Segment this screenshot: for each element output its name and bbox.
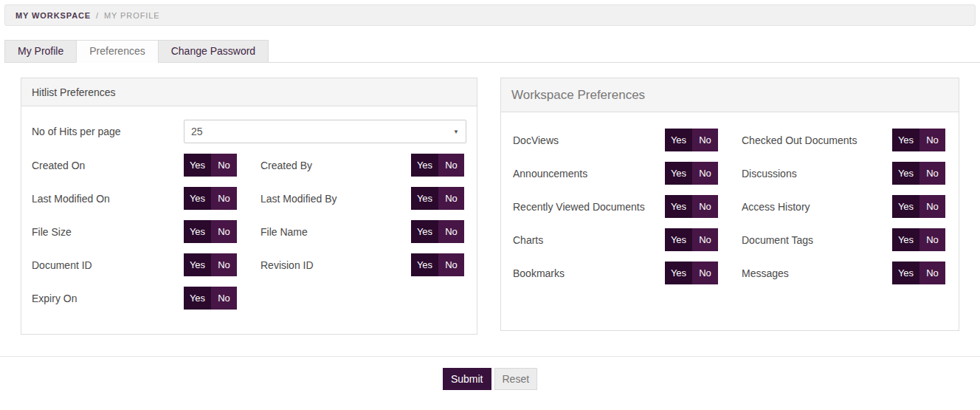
toggle-yes-button[interactable]: Yes — [892, 195, 919, 218]
workspace-panel-body: DocViewsYesNoChecked Out DocumentsYesNoA… — [501, 112, 959, 284]
hitlist-preferences-panel: Hitlist Preferences No of Hits per page … — [21, 78, 477, 335]
yes-no-toggle: YesNo — [184, 154, 237, 177]
toggle-no-button[interactable]: No — [438, 253, 464, 276]
toggle-no-button[interactable]: No — [211, 220, 237, 243]
tab-change-password[interactable]: Change Password — [158, 40, 269, 63]
toggle-no-button[interactable]: No — [692, 228, 718, 251]
hitlist-panel-body: No of Hits per page 25 ▼ Created OnYesNo… — [21, 106, 477, 310]
toggle-no-button[interactable]: No — [211, 187, 237, 210]
preference-label: Last Modified By — [260, 193, 411, 205]
toggle-yes-button[interactable]: Yes — [892, 262, 919, 284]
preference-label: Discussions — [742, 168, 892, 180]
toggle-no-button[interactable]: No — [438, 187, 464, 210]
toggle-yes-button[interactable]: Yes — [892, 228, 919, 251]
preference-label: Access History — [742, 201, 892, 213]
preference-row: BookmarksYesNoMessagesYesNo — [513, 262, 947, 284]
hits-per-page-row: No of Hits per page 25 ▼ — [32, 120, 466, 143]
tab-preferences[interactable]: Preferences — [76, 40, 158, 63]
preference-label: File Name — [260, 226, 411, 238]
toggle-no-button[interactable]: No — [692, 162, 718, 185]
preference-row: Recently Viewed DocumentsYesNoAccess His… — [513, 195, 947, 218]
workspace-panel-title: Workspace Preferences — [511, 88, 645, 103]
preference-label: File Size — [32, 226, 184, 238]
preference-row: DocViewsYesNoChecked Out DocumentsYesNo — [513, 129, 947, 151]
toggle-yes-button[interactable]: Yes — [665, 262, 692, 284]
yes-no-toggle: YesNo — [892, 262, 945, 284]
toggle-yes-button[interactable]: Yes — [411, 253, 438, 276]
tab-bar: My ProfilePreferencesChange Password — [4, 40, 980, 63]
toggle-no-button[interactable]: No — [919, 228, 945, 251]
footer-divider — [0, 356, 980, 357]
yes-no-toggle: YesNo — [411, 220, 464, 243]
breadcrumb-workspace-link[interactable]: MY WORKSPACE — [15, 11, 91, 20]
toggle-no-button[interactable]: No — [211, 253, 237, 276]
preference-label: Announcements — [513, 168, 665, 180]
toggle-yes-button[interactable]: Yes — [892, 129, 919, 151]
hits-per-page-label: No of Hits per page — [32, 126, 184, 137]
toggle-yes-button[interactable]: Yes — [665, 195, 692, 218]
reset-button[interactable]: Reset — [494, 368, 538, 390]
hits-per-page-select[interactable]: 25 — [184, 120, 466, 143]
preference-row: Document IDYesNoRevision IDYesNo — [32, 253, 466, 276]
toggle-no-button[interactable]: No — [211, 154, 237, 177]
workspace-preferences-panel: Workspace Preferences DocViewsYesNoCheck… — [500, 78, 959, 331]
toggle-yes-button[interactable]: Yes — [411, 187, 438, 210]
toggle-yes-button[interactable]: Yes — [184, 154, 211, 177]
form-actions: Submit Reset — [0, 368, 980, 390]
toggle-yes-button[interactable]: Yes — [411, 154, 438, 177]
toggle-yes-button[interactable]: Yes — [665, 228, 692, 251]
preferences-content: Hitlist Preferences No of Hits per page … — [21, 78, 959, 335]
toggle-no-button[interactable]: No — [919, 195, 945, 218]
preference-label: Checked Out Documents — [742, 134, 892, 146]
preference-label: Last Modified On — [32, 193, 184, 205]
hits-per-page-select-wrap: 25 ▼ — [184, 120, 466, 143]
yes-no-toggle: YesNo — [184, 287, 237, 310]
preference-label: Document ID — [32, 259, 184, 271]
toggle-no-button[interactable]: No — [438, 220, 464, 243]
toggle-yes-button[interactable]: Yes — [665, 129, 692, 151]
preference-label: Revision ID — [260, 259, 411, 271]
preference-row: Created OnYesNoCreated ByYesNo — [32, 154, 466, 177]
yes-no-toggle: YesNo — [665, 129, 718, 151]
toggle-no-button[interactable]: No — [919, 262, 945, 284]
preference-row: File SizeYesNoFile NameYesNo — [32, 220, 466, 243]
yes-no-toggle: YesNo — [184, 253, 237, 276]
yes-no-toggle: YesNo — [665, 262, 718, 284]
yes-no-toggle: YesNo — [892, 228, 945, 251]
toggle-yes-button[interactable]: Yes — [184, 187, 211, 210]
tab-my-profile[interactable]: My Profile — [4, 40, 77, 63]
breadcrumb-separator: / — [96, 11, 99, 20]
toggle-no-button[interactable]: No — [692, 262, 718, 284]
preference-label: Recently Viewed Documents — [513, 201, 665, 213]
yes-no-toggle: YesNo — [184, 220, 237, 243]
preference-label: DocViews — [513, 134, 665, 146]
toggle-no-button[interactable]: No — [438, 154, 464, 177]
breadcrumb: MY WORKSPACE / MY PROFILE — [4, 4, 976, 26]
yes-no-toggle: YesNo — [411, 187, 464, 210]
toggle-yes-button[interactable]: Yes — [892, 162, 919, 185]
toggle-yes-button[interactable]: Yes — [184, 287, 211, 310]
preference-label: Charts — [513, 234, 665, 246]
yes-no-toggle: YesNo — [411, 154, 464, 177]
preference-row: ChartsYesNoDocument TagsYesNo — [513, 228, 947, 251]
yes-no-toggle: YesNo — [892, 195, 945, 218]
hitlist-panel-title: Hitlist Preferences — [32, 86, 116, 98]
toggle-yes-button[interactable]: Yes — [184, 253, 211, 276]
toggle-no-button[interactable]: No — [211, 287, 237, 310]
submit-button[interactable]: Submit — [443, 368, 491, 390]
preference-label: Created By — [260, 160, 411, 171]
preference-label: Bookmarks — [513, 267, 665, 279]
yes-no-toggle: YesNo — [665, 228, 718, 251]
toggle-yes-button[interactable]: Yes — [411, 220, 438, 243]
toggle-no-button[interactable]: No — [919, 129, 945, 151]
toggle-yes-button[interactable]: Yes — [184, 220, 211, 243]
toggle-no-button[interactable]: No — [692, 195, 718, 218]
toggle-no-button[interactable]: No — [919, 162, 945, 185]
toggle-yes-button[interactable]: Yes — [665, 162, 692, 185]
yes-no-toggle: YesNo — [184, 187, 237, 210]
preference-label: Expiry On — [32, 293, 184, 304]
preference-row: AnnouncementsYesNoDiscussionsYesNo — [513, 162, 947, 185]
preference-label: Messages — [742, 267, 892, 279]
preference-row: Expiry OnYesNo — [32, 287, 466, 310]
toggle-no-button[interactable]: No — [692, 129, 718, 151]
